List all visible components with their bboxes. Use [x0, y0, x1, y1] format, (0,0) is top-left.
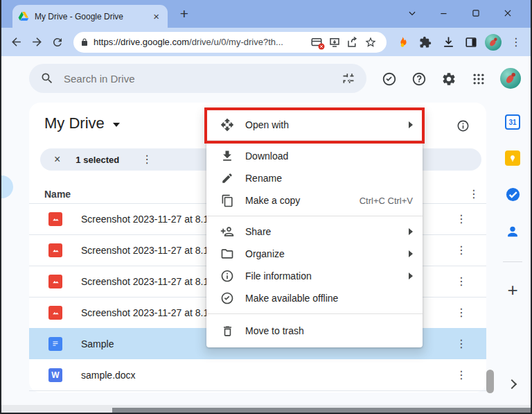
side-panel-icon[interactable] — [462, 33, 480, 51]
tune-filters-icon[interactable] — [342, 71, 355, 85]
chevron-down-icon — [113, 123, 120, 127]
help-icon[interactable] — [411, 71, 427, 87]
new-tab-button[interactable]: + — [176, 6, 193, 22]
offline-check-circle-icon — [220, 291, 234, 305]
share-icon[interactable] — [344, 33, 362, 51]
drive-page: My Drive × 1 selected ⋮ Name ⋮ Scree — [1, 56, 531, 405]
row-kebab-icon[interactable]: ⋮ — [452, 212, 471, 226]
tab-close-icon[interactable]: × — [150, 11, 162, 21]
menu-item-file-information[interactable]: File information — [206, 265, 423, 287]
browser-profile-avatar[interactable] — [485, 34, 502, 51]
person-add-icon — [220, 225, 234, 239]
maximize-button[interactable] — [460, 3, 492, 23]
submenu-arrow-icon — [409, 273, 413, 279]
menu-item-open-with[interactable]: Open with — [206, 110, 423, 140]
offline-status-icon[interactable] — [381, 71, 398, 87]
card-with-badge-icon[interactable] — [308, 33, 326, 51]
tab-search-chevron-icon[interactable] — [396, 3, 428, 23]
open-with-icon — [220, 118, 234, 132]
scrollbar-thumb[interactable] — [486, 370, 494, 393]
word-file-icon: W — [48, 368, 62, 382]
submenu-arrow-icon — [409, 250, 413, 257]
image-file-icon — [48, 306, 62, 320]
page-title: My Drive — [44, 114, 105, 132]
puzzle-extensions-icon[interactable] — [416, 33, 434, 51]
back-button[interactable] — [6, 32, 26, 53]
row-kebab-icon[interactable]: ⋮ — [452, 306, 471, 320]
submenu-arrow-icon — [409, 228, 413, 235]
menu-item-organize[interactable]: Organize — [206, 243, 423, 265]
window-controls — [396, 3, 524, 23]
drive-favicon-icon — [18, 11, 29, 22]
menu-item-move-to-trash[interactable]: Move to trash — [206, 320, 423, 342]
address-bar[interactable]: https://drive.google.com/drive/u/0/my-dr… — [73, 32, 387, 53]
keep-icon[interactable] — [504, 150, 521, 166]
header-kebab-icon[interactable]: ⋮ — [464, 187, 484, 201]
submenu-arrow-icon — [409, 121, 413, 128]
downloads-icon[interactable] — [439, 33, 457, 51]
trash-icon — [220, 324, 234, 338]
menu-item-make-available-offline[interactable]: Make available offline — [206, 287, 423, 309]
url-text: https://drive.google.com/drive/u/0/my-dr… — [94, 37, 308, 47]
menu-item-download[interactable]: Download — [206, 145, 423, 167]
image-file-icon — [48, 212, 62, 226]
extensions-area: ⋮ — [393, 33, 526, 51]
my-drive-title-button[interactable]: My Drive — [44, 114, 120, 132]
search-icon — [40, 71, 54, 85]
row-kebab-icon[interactable]: ⋮ — [452, 368, 471, 382]
browser-titlebar: My Drive - Google Drive × + — [1, 0, 531, 28]
rename-pencil-icon — [220, 171, 234, 185]
file-row[interactable]: W sample.docx ⋮ — [29, 359, 486, 390]
taskbar-sliver — [112, 408, 531, 413]
install-app-icon[interactable] — [326, 33, 344, 51]
search-input[interactable] — [64, 73, 342, 85]
bookmark-star-icon[interactable] — [362, 33, 380, 51]
info-icon[interactable] — [456, 119, 470, 135]
google-doc-icon — [48, 337, 62, 351]
copy-icon — [220, 193, 234, 207]
image-file-icon — [48, 275, 62, 288]
reload-button[interactable] — [47, 32, 68, 53]
settings-gear-icon[interactable] — [441, 71, 457, 87]
menu-shortcut: Ctrl+C Ctrl+V — [360, 196, 413, 206]
flame-extension-icon[interactable] — [393, 33, 411, 51]
clear-selection-icon[interactable]: × — [54, 154, 60, 165]
selection-count: 1 selected — [76, 155, 119, 165]
info-circle-icon — [220, 269, 234, 283]
name-column-header[interactable]: Name — [44, 189, 71, 200]
tasks-icon[interactable] — [504, 186, 521, 202]
minimize-button[interactable] — [428, 3, 460, 23]
image-file-icon — [48, 243, 62, 257]
row-kebab-icon[interactable]: ⋮ — [452, 275, 471, 288]
menu-item-share[interactable]: Share — [206, 221, 423, 243]
add-panel-app-button[interactable]: + — [504, 279, 521, 301]
context-menu: Open with Download Rename — [206, 110, 423, 347]
browser-toolbar: https://drive.google.com/drive/u/0/my-dr… — [1, 28, 531, 56]
browser-tab[interactable]: My Drive - Google Drive × — [12, 5, 168, 28]
account-avatar[interactable] — [500, 68, 521, 89]
calendar-icon[interactable]: 31 — [504, 114, 521, 130]
tab-title: My Drive - Google Drive — [35, 12, 150, 21]
row-kebab-icon[interactable]: ⋮ — [452, 337, 471, 351]
window-bottom-edge — [1, 405, 531, 413]
selection-more-kebab-icon[interactable]: ⋮ — [137, 153, 157, 166]
drive-search-bar[interactable] — [29, 64, 366, 93]
lock-icon[interactable] — [80, 38, 89, 46]
menu-item-make-a-copy[interactable]: Make a copy Ctrl+C Ctrl+V — [206, 189, 423, 212]
download-icon — [220, 149, 234, 163]
browser-menu-kebab-icon[interactable]: ⋮ — [506, 35, 526, 49]
browser-window: My Drive - Google Drive × + — [0, 0, 532, 414]
chevron-right-icon[interactable] — [507, 379, 517, 389]
close-window-button[interactable] — [492, 3, 524, 23]
apps-grid-icon[interactable] — [470, 71, 487, 87]
folder-icon — [220, 247, 234, 261]
forward-button[interactable] — [26, 32, 47, 53]
left-edge-bubble — [0, 175, 13, 198]
row-kebab-icon[interactable]: ⋮ — [452, 243, 471, 257]
divider — [29, 390, 486, 391]
contacts-icon[interactable] — [504, 223, 521, 240]
menu-item-rename[interactable]: Rename — [206, 167, 423, 189]
rail-divider — [503, 261, 522, 262]
